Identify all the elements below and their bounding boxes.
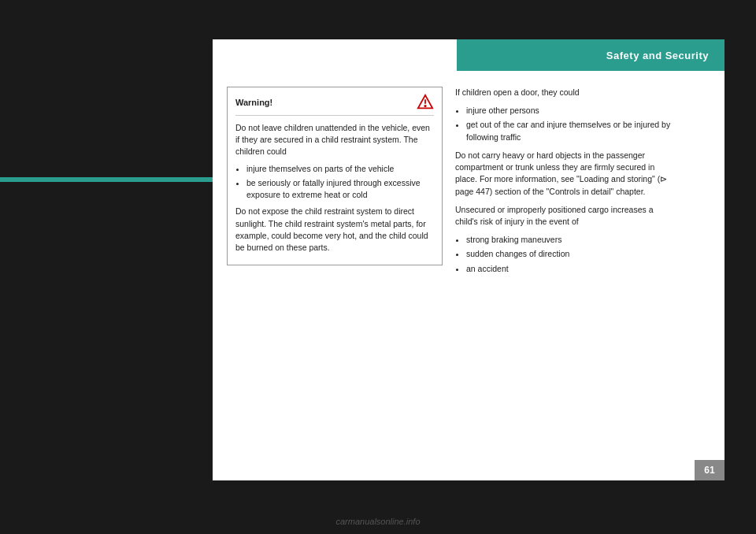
warning-body: Do not leave children unattended in the … [235, 122, 434, 254]
svg-point-2 [424, 106, 425, 106]
header-bar: Safety and Security [457, 39, 724, 71]
watermark: carmanualsonline.info [0, 517, 756, 526]
warning-triangle-icon [417, 94, 434, 111]
warning-paragraph2: Do not expose the child restraint system… [235, 206, 434, 254]
left-column: Warning! Do not leave children unattende… [220, 83, 449, 480]
warning-header: Warning! [235, 94, 434, 116]
right-column: If children open a door, they could inju… [449, 83, 677, 480]
right-bullet-2a: strong braking maneuvers [466, 234, 671, 246]
right-bullet-1b: get out of the car and injure themselves… [466, 119, 671, 143]
warning-label: Warning! [235, 98, 272, 107]
right-bullets1: injure other persons get out of the car … [466, 105, 671, 143]
page-number-badge: 61 [695, 460, 724, 480]
warning-bullet-2: be seriously or fatally injured through … [246, 177, 434, 201]
right-bullets2: strong braking maneuvers sudden changes … [466, 234, 671, 275]
right-paragraph1: If children open a door, they could [455, 87, 671, 98]
right-paragraph3: Unsecured or improperly positioned cargo… [455, 204, 671, 228]
page-title: Safety and Security [606, 50, 709, 61]
warning-paragraph1: Do not leave children unattended in the … [235, 122, 434, 158]
warning-bullets1: injure themselves on parts of the vehicl… [246, 163, 434, 202]
right-bullet-2c: an accident [466, 263, 671, 275]
warning-bullet-1: injure themselves on parts of the vehicl… [246, 163, 434, 175]
right-bullet-1a: injure other persons [466, 105, 671, 117]
page-content: Safety and Security Warning! Do not leav… [213, 39, 724, 480]
left-highlight-bar [0, 177, 213, 182]
content-area: Warning! Do not leave children unattende… [213, 83, 724, 480]
warning-box: Warning! Do not leave children unattende… [227, 87, 443, 265]
right-bullet-2b: sudden changes of direction [466, 248, 671, 260]
right-paragraph2: Do not carry heavy or hard objects in th… [455, 150, 671, 198]
